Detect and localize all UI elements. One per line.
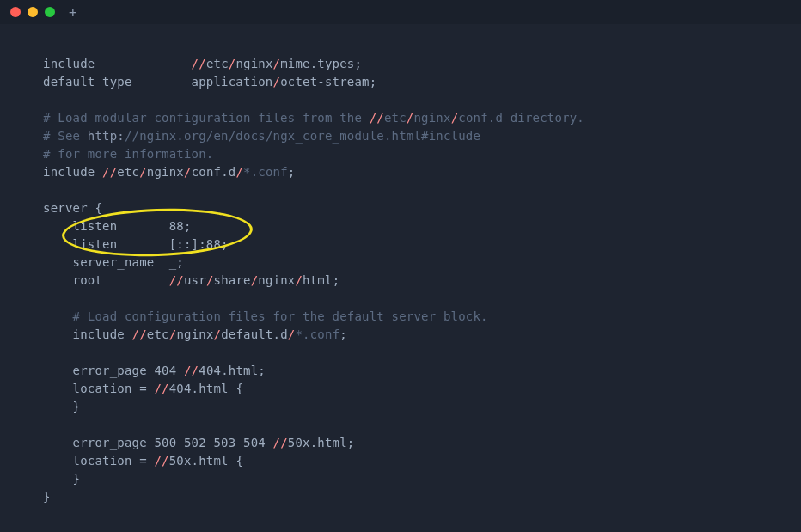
code-line: listen [::]:88;: [43, 235, 801, 254]
code-line: include //etc/nginx/conf.d/*.conf;: [43, 163, 801, 181]
code-line: # See http://nginx.org/en/docs/ngx_core_…: [43, 127, 801, 145]
titlebar: +: [0, 0, 801, 24]
code-line: server {: [43, 199, 801, 217]
code-line: }: [43, 488, 801, 506]
code-line: }: [43, 398, 801, 416]
code-editor[interactable]: include //etc/nginx/mime.types;default_t…: [0, 24, 801, 506]
code-line: root //usr/share/nginx/html;: [43, 272, 801, 290]
code-line: [43, 290, 801, 308]
traffic-lights: [10, 7, 55, 17]
maximize-icon[interactable]: [45, 7, 55, 17]
code-line: }: [43, 470, 801, 488]
close-icon[interactable]: [10, 7, 21, 17]
code-line: [43, 416, 801, 434]
new-tab-button[interactable]: +: [69, 4, 77, 21]
code-line: [43, 344, 801, 362]
code-line: server_name _;: [43, 254, 801, 272]
code-line: [43, 91, 801, 109]
code-line: listen 88;: [43, 217, 801, 235]
code-line: include //etc/nginx/default.d/*.conf;: [43, 326, 801, 344]
code-line: # Load modular configuration files from …: [43, 109, 801, 127]
code-line: error_page 404 //404.html;: [43, 362, 801, 380]
code-line: # for more information.: [43, 145, 801, 163]
code-line: default_type application/octet-stream;: [43, 73, 801, 91]
code-line: [43, 181, 801, 199]
code-line: error_page 500 502 503 504 //50x.html;: [43, 434, 801, 452]
code-line: # Load configuration files for the defau…: [43, 308, 801, 326]
code-line: location = //50x.html {: [43, 452, 801, 470]
code-line: location = //404.html {: [43, 380, 801, 398]
code-line: include //etc/nginx/mime.types;: [43, 55, 801, 73]
minimize-icon[interactable]: [28, 7, 38, 17]
